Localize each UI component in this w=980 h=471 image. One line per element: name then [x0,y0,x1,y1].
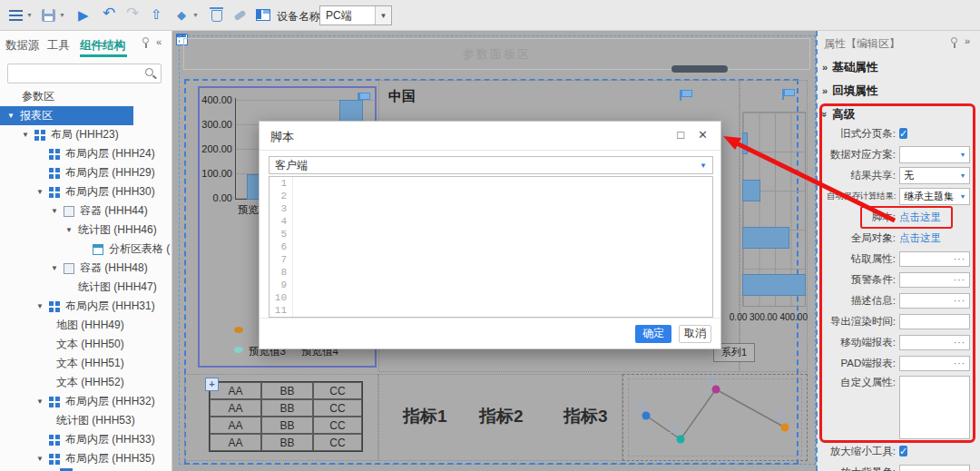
menu-icon[interactable] [9,10,23,21]
cancel-button[interactable]: 取消 [679,325,711,343]
table-cell[interactable]: CC [313,382,362,399]
tree-item-text-hhh50[interactable]: 文本 (HHH50) [0,335,172,354]
section-backfill[interactable]: »回填属性 [822,83,877,99]
line-chart-widget[interactable]: 30 10 50 20 [622,374,808,461]
export-time-input[interactable] [899,314,970,329]
pin-icon[interactable] [142,37,149,44]
pin-icon[interactable] [951,37,957,44]
close-icon[interactable]: ✕ [698,128,708,142]
tree-item-layout-inner-hhh35[interactable]: ▼布局内层 (HHH35) [0,449,172,468]
tree-item-text-hhh52[interactable]: 文本 (HHH52) [0,373,172,392]
tab-component-structure[interactable]: 组件结构 [80,38,125,54]
run-icon[interactable]: ▶ [78,6,89,25]
device-select[interactable]: PC端 ▼ [319,5,392,25]
tree-item-analysis-table[interactable]: 分析区表格 ( [0,240,172,259]
table-cell[interactable]: CC [313,434,362,451]
drill-input[interactable]: ··· [899,251,970,267]
tree-item-layout-inner-hhh31[interactable]: ▼布局内层 (HHH31) [0,297,172,316]
widget-flag-icon[interactable] [680,90,691,101]
tree-item-layout-inner-hhh30[interactable]: ▼布局内层 (HHH30) [0,182,172,201]
expand-arrow-icon[interactable]: ▼ [36,397,49,406]
table-cell[interactable]: BB [261,382,313,399]
expand-arrow-icon[interactable]: ▼ [51,207,64,215]
zoom-bg-input[interactable]: ··· [899,465,970,471]
drag-handle[interactable] [671,65,728,73]
section-basic[interactable]: »基础属性 [822,60,877,75]
data-scheme-select[interactable]: ▼ [899,146,970,163]
legend-dot-orange [234,327,243,333]
result-share-select[interactable]: 无▼ [899,167,970,184]
tree-item-layout-inner-hhh33[interactable]: 布局内层 (HHH33) [0,430,172,449]
search-input[interactable] [7,64,162,83]
expand-arrow-icon[interactable]: ▼ [22,131,34,139]
shape-caret-icon[interactable]: ▼ [192,12,199,18]
device-select-caret-icon[interactable]: ▼ [375,6,391,25]
expand-arrow-icon[interactable]: ▼ [36,188,49,196]
table-cell[interactable]: BB [261,399,313,417]
brush-icon[interactable] [233,10,246,21]
expand-arrow-icon[interactable]: ▼ [7,112,20,120]
tree-item-container-hhh44[interactable]: ▼容器 (HHH44) [0,201,172,221]
section-advanced[interactable]: »高级 [822,107,855,123]
table-cell[interactable]: AA [210,417,261,434]
tab-tools[interactable]: 工具 [47,38,70,54]
save-caret-icon[interactable]: ▼ [59,12,65,18]
legacy-pager-checkbox[interactable]: ✓ [899,128,907,139]
ok-button[interactable]: 确定 [635,325,671,343]
tree-item-layout-inner-hhh32[interactable]: ▼布局内层 (HHH32) [0,392,172,411]
tree-item-chart-hhh47[interactable]: 统计图 (HHH47) [0,278,172,297]
move-handle-icon[interactable]: + [205,378,219,391]
global-object-click-here-link[interactable]: 点击这里 [899,232,941,243]
panel-splitter[interactable] [816,31,818,471]
code-editor[interactable]: 12 34 56 78 910 11 [269,176,713,318]
map-title: 中国 [388,88,416,105]
tree-item-map-hhh49[interactable]: 地图 (HHH49) [0,316,172,335]
table-cell[interactable]: BB [261,417,313,434]
layout-panels-icon[interactable] [256,9,270,21]
shape-icon[interactable]: ◆ [177,6,186,25]
table-cell[interactable]: AA [210,434,261,451]
pad-report-input[interactable]: ··· [899,356,970,371]
tree-item-report-area[interactable]: ▼报表区 [0,106,133,125]
save-icon[interactable] [42,9,55,22]
tree-item-container-hhh48[interactable]: ▼容器 (HHH48) [0,259,172,278]
tree-item-layout-inner-hhh24[interactable]: 布局内层 (HHH24) [0,144,172,163]
custom-attr-textarea[interactable] [899,376,970,439]
table-cell[interactable]: CC [313,417,362,434]
expand-arrow-icon[interactable]: ▼ [51,264,64,272]
script-click-here-link[interactable]: 点击这里 [899,211,941,222]
share-icon[interactable]: ⇧ [151,5,162,24]
zoom-tool-checkbox[interactable]: ✓ [899,446,907,456]
collapse-icon[interactable]: « [156,36,162,47]
select-caret-icon[interactable]: ▼ [694,162,712,170]
field-drill: 钻取属性: ··· [819,250,977,268]
redo-icon[interactable]: ↷ [126,5,139,23]
metrics-widget[interactable]: 指标1 指标2 指标3 [378,374,622,461]
undo-icon[interactable]: ↶ [103,5,115,23]
script-target-select[interactable]: 客户端 ▼ [269,156,713,174]
table-cell[interactable]: CC [313,399,362,417]
collapse-icon[interactable]: » [965,35,970,46]
maximize-icon[interactable]: □ [677,128,684,142]
description-input[interactable]: ··· [899,293,970,309]
trash-icon[interactable] [211,10,222,22]
expand-arrow-icon[interactable]: ▼ [65,226,78,234]
table-cell[interactable]: AA [210,399,261,417]
auto-save-select[interactable]: 继承主题集▼ [899,188,970,205]
table-cell[interactable]: BB [261,434,313,451]
data-table[interactable]: AA BB CC AA BB CC AA BB CC AA BB CC [209,381,363,452]
expand-arrow-icon[interactable]: ▼ [36,302,49,310]
tree-item-param-area[interactable]: 参数区 [0,87,172,106]
menu-caret-icon[interactable]: ▼ [26,12,33,18]
tab-datasource[interactable]: 数据源 [5,38,40,54]
tree-item-chart-hhh53[interactable]: 统计图 (HHH53) [0,411,172,430]
widget-flag-icon[interactable] [782,89,794,100]
expand-arrow-icon[interactable]: ▼ [36,455,49,463]
tree-item-text-hhh51[interactable]: 文本 (HHH51) [0,354,172,373]
tree-item-layout-hhh23[interactable]: ▼布局 (HHH23) [0,125,172,144]
warning-input[interactable]: ··· [899,272,970,288]
mobile-report-input[interactable]: ··· [899,335,970,350]
y-tick: 100.00 [200,168,232,179]
tree-item-layout-inner-hhh29[interactable]: 布局内层 (HHH29) [0,163,172,182]
tree-item-chart-hhh46[interactable]: ▼统计图 (HHH46) [0,221,172,240]
